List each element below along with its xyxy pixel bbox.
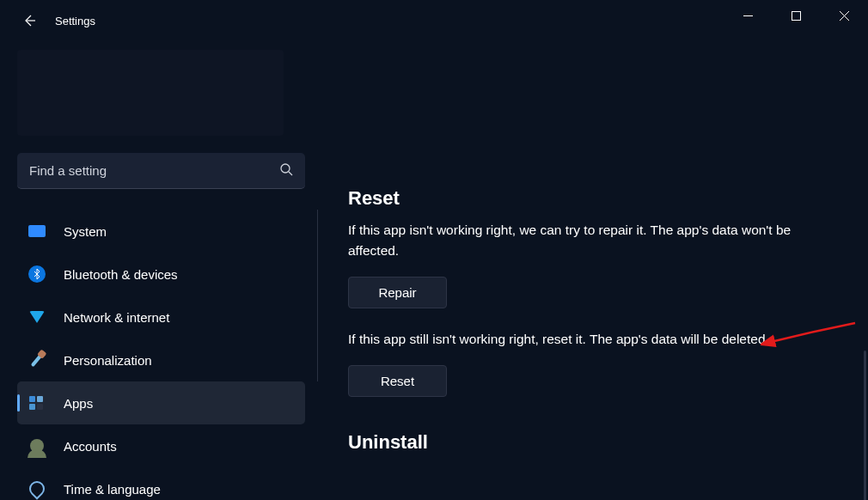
maximize-icon bbox=[792, 11, 801, 21]
person-icon bbox=[28, 436, 46, 455]
close-icon bbox=[840, 11, 849, 21]
repair-description: If this app isn't working right, we can … bbox=[348, 220, 829, 261]
sidebar-item-label: Apps bbox=[64, 396, 93, 411]
sidebar: System Bluetooth & devices Network & int… bbox=[0, 41, 305, 500]
sidebar-item-personalization[interactable]: Personalization bbox=[17, 338, 305, 381]
apps-icon bbox=[28, 393, 46, 412]
minimize-button[interactable] bbox=[724, 0, 772, 31]
bluetooth-icon bbox=[28, 265, 46, 284]
wifi-icon bbox=[28, 308, 46, 326]
sidebar-item-label: Network & internet bbox=[64, 310, 169, 325]
reset-heading: Reset bbox=[348, 187, 842, 210]
uninstall-heading: Uninstall bbox=[348, 431, 842, 454]
sidebar-item-label: Bluetooth & devices bbox=[64, 267, 178, 282]
svg-point-1 bbox=[281, 164, 290, 173]
sidebar-item-bluetooth[interactable]: Bluetooth & devices bbox=[17, 253, 305, 296]
sidebar-item-label: Time & language bbox=[64, 482, 161, 497]
repair-button[interactable]: Repair bbox=[348, 277, 447, 308]
arrow-left-icon bbox=[21, 13, 37, 28]
sidebar-item-apps[interactable]: Apps bbox=[17, 381, 305, 424]
sidebar-item-label: Personalization bbox=[64, 353, 152, 368]
scrollbar[interactable] bbox=[864, 351, 866, 500]
sidebar-item-system[interactable]: System bbox=[17, 210, 305, 253]
sidebar-item-network[interactable]: Network & internet bbox=[17, 296, 305, 338]
reset-button[interactable]: Reset bbox=[348, 365, 447, 397]
main-content: Reset If this app isn't working right, w… bbox=[305, 41, 868, 500]
minimize-icon bbox=[743, 11, 753, 21]
globe-icon bbox=[28, 479, 46, 498]
system-icon bbox=[28, 222, 46, 241]
brush-icon bbox=[28, 351, 46, 369]
sidebar-item-time-language[interactable]: Time & language bbox=[17, 467, 305, 500]
window-controls bbox=[724, 0, 868, 31]
svg-rect-0 bbox=[792, 11, 800, 20]
back-button[interactable] bbox=[15, 7, 43, 34]
profile-card bbox=[17, 50, 284, 136]
maximize-button[interactable] bbox=[772, 0, 820, 31]
search-icon bbox=[279, 162, 293, 179]
window-title: Settings bbox=[55, 15, 95, 27]
reset-description: If this app still isn't working right, r… bbox=[348, 329, 829, 350]
sidebar-item-accounts[interactable]: Accounts bbox=[17, 424, 305, 467]
nav-list: System Bluetooth & devices Network & int… bbox=[17, 210, 305, 500]
search-box[interactable] bbox=[17, 153, 305, 189]
sidebar-item-label: System bbox=[64, 224, 107, 239]
close-button[interactable] bbox=[820, 0, 868, 31]
sidebar-item-label: Accounts bbox=[64, 439, 117, 454]
search-input[interactable] bbox=[29, 163, 279, 178]
